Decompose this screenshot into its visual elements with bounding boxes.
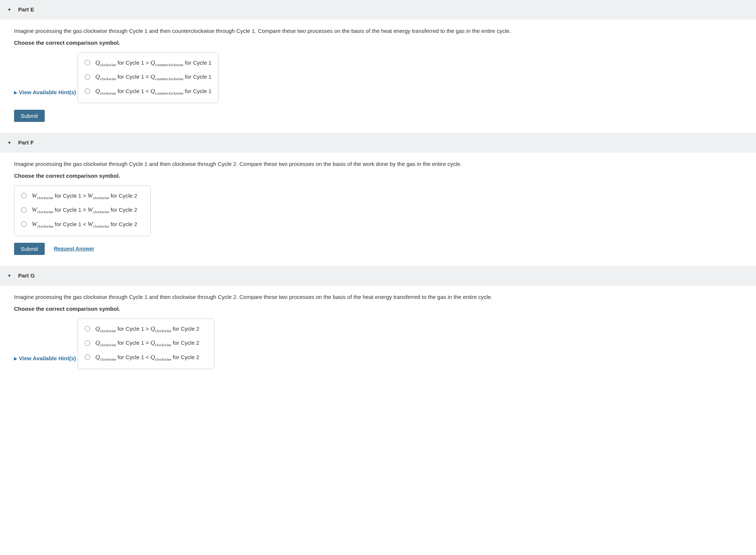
part-f-option-3[interactable]: Wclockwise for Cycle 1 < Wclockwise for … xyxy=(21,219,144,229)
option-label: Qclockwise for Cycle 1 > Qclockwise for … xyxy=(95,324,199,334)
request-answer-link[interactable]: Request Answer xyxy=(54,245,94,253)
part-e-title: Part E xyxy=(18,6,34,14)
option-label: Qclockwise for Cycle 1 > Qcounterclockwi… xyxy=(95,58,211,68)
part-g-options: Qclockwise for Cycle 1 > Qclockwise for … xyxy=(78,319,214,370)
option-label: Qclockwise for Cycle 1 < Qcounterclockwi… xyxy=(95,86,211,96)
hints-label: View Available Hint(s) xyxy=(19,88,76,97)
part-e-question: Imagine processing the gas clockwise thr… xyxy=(14,27,756,35)
part-f-option-1[interactable]: Wclockwise for Cycle 1 > Wclockwise for … xyxy=(21,191,144,201)
option-label: Wclockwise for Cycle 1 > Wclockwise for … xyxy=(32,191,137,201)
caret-right-icon: ▶ xyxy=(14,355,17,362)
view-hints-link[interactable]: ▶ View Available Hint(s) xyxy=(14,88,76,97)
radio-input[interactable] xyxy=(85,88,90,94)
radio-input[interactable] xyxy=(85,340,90,346)
part-e-instruct: Choose the correct comparison symbol. xyxy=(14,39,756,47)
submit-button[interactable]: Submit xyxy=(14,243,45,255)
radio-input[interactable] xyxy=(21,221,27,227)
part-g-instruct: Choose the correct comparison symbol. xyxy=(14,305,756,313)
part-f-option-2[interactable]: Wclockwise for Cycle 1 = Wclockwise for … xyxy=(21,205,144,215)
hints-label: View Available Hint(s) xyxy=(19,354,76,363)
part-e-buttons: Submit xyxy=(14,110,756,122)
part-g-question: Imagine processing the gas clockwise thr… xyxy=(14,293,756,302)
part-f-body: Imagine processing the gas clockwise thr… xyxy=(0,153,756,266)
radio-input[interactable] xyxy=(21,207,27,213)
part-e-option-2[interactable]: Qclockwise for Cycle 1 = Qcounterclockwi… xyxy=(85,72,211,82)
part-f-title: Part F xyxy=(18,139,34,147)
part-f-question: Imagine processing the gas clockwise thr… xyxy=(14,160,756,168)
part-f-options: Wclockwise for Cycle 1 > Wclockwise for … xyxy=(14,185,151,236)
part-g-header[interactable]: ▼ Part G xyxy=(0,266,756,286)
caret-down-icon: ▼ xyxy=(7,7,11,13)
option-label: Qclockwise for Cycle 1 = Qclockwise for … xyxy=(95,338,199,348)
radio-input[interactable] xyxy=(85,354,90,360)
part-f-buttons: Submit Request Answer xyxy=(14,243,756,255)
view-hints-link[interactable]: ▶ View Available Hint(s) xyxy=(14,354,76,363)
caret-down-icon: ▼ xyxy=(7,273,11,279)
part-e-options: Qclockwise for Cycle 1 > Qcounterclockwi… xyxy=(78,52,218,103)
option-label: Qclockwise for Cycle 1 < Qclockwise for … xyxy=(95,353,199,362)
part-g-option-2[interactable]: Qclockwise for Cycle 1 = Qclockwise for … xyxy=(85,338,207,348)
part-g-body: Imagine processing the gas clockwise thr… xyxy=(0,286,756,387)
radio-input[interactable] xyxy=(85,60,90,65)
option-label: Wclockwise for Cycle 1 < Wclockwise for … xyxy=(32,219,137,229)
part-g-option-3[interactable]: Qclockwise for Cycle 1 < Qclockwise for … xyxy=(85,353,207,362)
radio-input[interactable] xyxy=(85,74,90,80)
part-e-option-3[interactable]: Qclockwise for Cycle 1 < Qcounterclockwi… xyxy=(85,86,211,96)
option-label: Qclockwise for Cycle 1 = Qcounterclockwi… xyxy=(95,72,211,82)
caret-down-icon: ▼ xyxy=(7,140,11,146)
part-f-header[interactable]: ▼ Part F xyxy=(0,133,756,153)
part-f-instruct: Choose the correct comparison symbol. xyxy=(14,172,756,180)
option-label: Wclockwise for Cycle 1 = Wclockwise for … xyxy=(32,205,137,215)
radio-input[interactable] xyxy=(21,193,27,198)
radio-input[interactable] xyxy=(85,326,90,331)
submit-button[interactable]: Submit xyxy=(14,110,45,122)
part-e-option-1[interactable]: Qclockwise for Cycle 1 > Qcounterclockwi… xyxy=(85,58,211,68)
part-e-header[interactable]: ▼ Part E xyxy=(0,0,756,20)
part-g-title: Part G xyxy=(18,272,35,280)
part-e-body: Imagine processing the gas clockwise thr… xyxy=(0,20,756,133)
part-g-option-1[interactable]: Qclockwise for Cycle 1 > Qclockwise for … xyxy=(85,324,207,334)
caret-right-icon: ▶ xyxy=(14,89,17,96)
